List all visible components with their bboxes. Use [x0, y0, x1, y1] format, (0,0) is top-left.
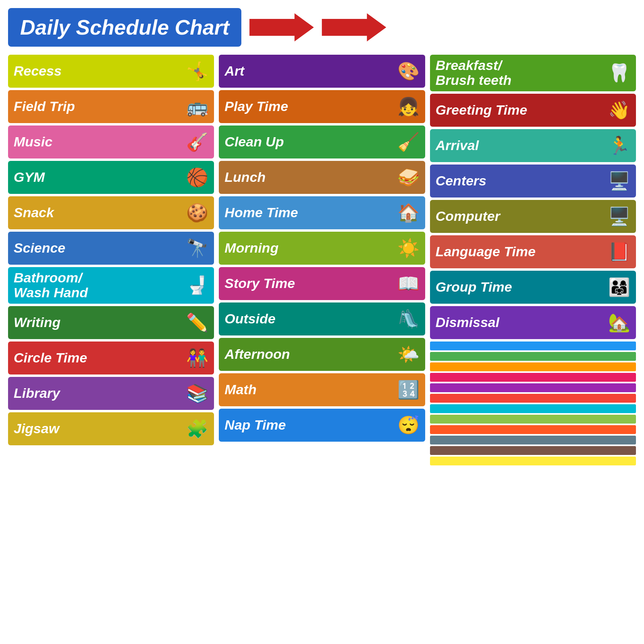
schedule-card: GYM🏀 — [8, 161, 214, 194]
card-label: Outside — [224, 311, 276, 326]
card-icon: 🥪 — [397, 167, 420, 188]
card-label: Morning — [224, 241, 278, 255]
card-label: Breakfast/Brush teeth — [436, 58, 512, 88]
color-strip — [430, 415, 636, 424]
schedule-card: Outside🛝 — [219, 302, 425, 335]
arrow-left-1 — [249, 13, 314, 41]
schedule-card: Play Time👧 — [219, 90, 425, 123]
columns-container: Recess🤸Field Trip🚌Music🎸GYM🏀Snack🍪Scienc… — [8, 55, 636, 636]
color-strip — [430, 394, 636, 403]
header-row: Daily Schedule Chart — [8, 8, 636, 47]
card-label: Story Time — [224, 276, 295, 291]
card-label: Greeting Time — [436, 103, 527, 117]
card-label: Language Time — [436, 244, 536, 259]
color-strip — [430, 404, 636, 413]
card-label: Centers — [436, 173, 487, 188]
card-icon: 🎨 — [397, 61, 420, 82]
card-icon: 👫 — [186, 348, 208, 368]
card-label: Snack — [14, 205, 54, 220]
schedule-card: Greeting Time👋 — [430, 94, 636, 127]
schedule-card: Dismissal🏡 — [430, 306, 636, 339]
card-label: Arrival — [436, 138, 479, 153]
card-icon: 🏡 — [608, 312, 630, 333]
color-strip — [430, 352, 636, 361]
schedule-card: Lunch🥪 — [219, 161, 425, 194]
schedule-card: Field Trip🚌 — [8, 90, 214, 123]
schedule-card: Jigsaw🧩 — [8, 412, 214, 445]
card-icon: 🔢 — [397, 379, 420, 400]
schedule-card: Music🎸 — [8, 126, 214, 158]
card-label: Circle Time — [14, 350, 87, 365]
card-icon: 👨‍👩‍👧 — [608, 277, 630, 298]
card-icon: 📚 — [186, 383, 208, 404]
card-icon: 🚌 — [186, 96, 208, 117]
color-strip — [430, 342, 636, 350]
schedule-card: Recess🤸 — [8, 55, 214, 88]
color-strips — [430, 342, 636, 636]
card-icon: 👋 — [608, 100, 630, 121]
schedule-card: Home Time🏠 — [219, 196, 425, 229]
color-strip — [430, 425, 636, 434]
card-label: Computer — [436, 209, 500, 224]
column-3: Breakfast/Brush teeth🦷Greeting Time👋Arri… — [430, 55, 636, 636]
color-strip — [430, 457, 636, 465]
card-icon: 🚽 — [186, 275, 208, 296]
card-label: Writing — [14, 315, 60, 330]
card-label: Clean Up — [224, 134, 284, 149]
card-label: Play Time — [224, 99, 288, 114]
card-icon: 🏀 — [186, 167, 208, 188]
card-icon: 🏃 — [608, 135, 630, 156]
card-icon: 📖 — [397, 273, 420, 294]
card-icon: ☀️ — [397, 238, 420, 259]
schedule-card: Story Time📖 — [219, 267, 425, 300]
main-title: Daily Schedule Chart — [20, 16, 229, 39]
card-label: Art — [224, 64, 244, 78]
schedule-card: Centers🖥️ — [430, 165, 636, 198]
schedule-card: Arrival🏃 — [430, 129, 636, 162]
arrow-left-2 — [322, 13, 386, 41]
card-icon: 🧹 — [397, 132, 420, 152]
schedule-card: Morning☀️ — [219, 232, 425, 265]
schedule-card: Group Time👨‍👩‍👧 — [430, 271, 636, 304]
column-1: Recess🤸Field Trip🚌Music🎸GYM🏀Snack🍪Scienc… — [8, 55, 214, 636]
card-label: Library — [14, 386, 60, 401]
card-label: Recess — [14, 64, 62, 78]
color-strip — [430, 436, 636, 444]
card-label: Field Trip — [14, 99, 75, 114]
card-icon: 🦷 — [608, 62, 630, 83]
color-strip — [430, 383, 636, 392]
card-label: Lunch — [224, 170, 265, 185]
card-icon: 🏠 — [397, 202, 420, 223]
schedule-card: Library📚 — [8, 377, 214, 410]
schedule-card: Science🔭 — [8, 232, 214, 265]
schedule-card: Afternoon🌤️ — [219, 338, 425, 371]
card-label: Nap Time — [224, 418, 286, 432]
schedule-card: Computer🖥️ — [430, 200, 636, 233]
column-2: Art🎨Play Time👧Clean Up🧹Lunch🥪Home Time🏠M… — [219, 55, 425, 636]
card-icon: 🤸 — [186, 61, 208, 82]
schedule-card: Bathroom/Wash Hand🚽 — [8, 267, 214, 304]
color-strip — [430, 373, 636, 382]
schedule-card: Art🎨 — [219, 55, 425, 88]
card-icon: 👧 — [397, 96, 420, 117]
card-label: Math — [224, 382, 256, 397]
card-label: Dismissal — [436, 315, 500, 330]
card-icon: 🔭 — [186, 238, 208, 259]
color-strip — [430, 446, 636, 455]
card-icon: 🖥️ — [608, 171, 630, 191]
color-strip — [430, 362, 636, 371]
card-icon: 📕 — [608, 241, 630, 262]
schedule-card: Snack🍪 — [8, 196, 214, 229]
card-icon: 🛝 — [397, 309, 420, 329]
card-icon: 🧩 — [186, 418, 208, 439]
card-icon: 🎸 — [186, 132, 208, 152]
card-label: Bathroom/Wash Hand — [14, 270, 88, 300]
schedule-card: Math🔢 — [219, 373, 425, 406]
card-label: Science — [14, 241, 66, 255]
card-label: Home Time — [224, 205, 298, 220]
card-label: Music — [14, 134, 52, 149]
card-label: Group Time — [436, 280, 512, 294]
schedule-card: Language Time📕 — [430, 235, 636, 268]
schedule-card: Circle Time👫 — [8, 342, 214, 374]
schedule-card: Nap Time😴 — [219, 409, 425, 442]
